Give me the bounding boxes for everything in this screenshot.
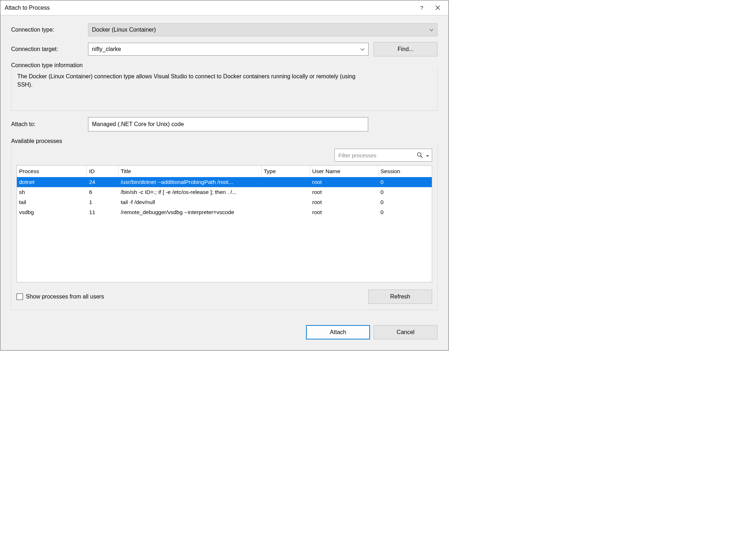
th-session[interactable]: Session	[378, 166, 432, 177]
table-row[interactable]: dotnet24/usr/bin/dotnet --additionalProb…	[17, 177, 432, 187]
th-id[interactable]: ID	[87, 166, 119, 177]
filter-input[interactable]	[338, 152, 414, 159]
table-cell: 0	[378, 179, 432, 185]
processes-table: Process ID Title Type User Name Session …	[17, 165, 432, 282]
svg-line-1	[421, 156, 422, 158]
table-cell: 0	[378, 189, 432, 195]
table-cell: 0	[378, 199, 432, 205]
refresh-button[interactable]: Refresh	[368, 290, 432, 304]
table-cell: root	[310, 189, 378, 195]
table-row[interactable]: tail1tail -f /dev/nullroot0	[17, 197, 432, 207]
processes-panel: Process ID Title Type User Name Session …	[11, 144, 438, 310]
table-cell: root	[310, 199, 378, 205]
processes-bottom-row: Show processes from all users Refresh	[17, 290, 432, 304]
connection-type-dropdown[interactable]: Docker (Linux Container)	[88, 23, 438, 36]
table-cell: tail	[17, 199, 87, 205]
show-all-users-label: Show processes from all users	[26, 293, 104, 300]
th-process[interactable]: Process	[17, 166, 87, 177]
th-type[interactable]: Type	[262, 166, 310, 177]
dialog-footer: Attach Cancel	[11, 325, 438, 339]
close-button[interactable]	[430, 0, 445, 15]
help-button[interactable]: ?	[414, 0, 430, 15]
connection-target-label: Connection target:	[11, 46, 83, 52]
connection-target-row: Connection target: nifty_clarke Find...	[11, 42, 438, 56]
table-cell: /bin/sh -c ID=.; if [ -e /etc/os-release…	[119, 189, 262, 195]
chevron-down-icon	[429, 27, 434, 33]
attach-to-row: Attach to: Managed (.NET Core for Unix) …	[11, 117, 438, 131]
table-cell: vsdbg	[17, 209, 87, 216]
connection-info-text: The Docker (Linux Container) connection …	[11, 69, 438, 111]
titlebar: Attach to Process ?	[0, 0, 448, 15]
table-row[interactable]: sh6/bin/sh -c ID=.; if [ -e /etc/os-rele…	[17, 187, 432, 197]
table-cell: root	[310, 179, 378, 185]
dialog-window: Attach to Process ? Connection type: Doc…	[0, 0, 449, 351]
show-all-users-checkbox[interactable]	[17, 293, 23, 300]
find-button[interactable]: Find...	[374, 42, 438, 56]
svg-point-0	[417, 153, 421, 156]
filter-row	[17, 149, 432, 162]
table-cell: /remote_debugger/vsdbg --interpreter=vsc…	[119, 209, 262, 216]
table-cell: 1	[87, 199, 119, 205]
dialog-body: Connection type: Docker (Linux Container…	[0, 15, 448, 350]
connection-info-header: Connection type information	[11, 62, 438, 69]
search-icon[interactable]	[417, 152, 423, 158]
attach-to-label: Attach to:	[11, 121, 83, 128]
table-cell: 6	[87, 189, 119, 195]
th-title[interactable]: Title	[119, 166, 262, 177]
connection-type-label: Connection type:	[11, 27, 83, 33]
table-cell: dotnet	[17, 179, 87, 185]
table-cell: tail -f /dev/null	[119, 199, 262, 205]
attach-to-field[interactable]: Managed (.NET Core for Unix) code	[88, 117, 368, 131]
table-body: dotnet24/usr/bin/dotnet --additionalProb…	[17, 177, 432, 217]
table-cell: root	[310, 209, 378, 216]
available-processes-header: Available processes	[11, 138, 438, 144]
th-user[interactable]: User Name	[310, 166, 378, 177]
close-icon	[435, 5, 440, 10]
table-cell: sh	[17, 189, 87, 195]
filter-dropdown-icon[interactable]	[426, 152, 429, 158]
table-cell: 0	[378, 209, 432, 216]
table-header: Process ID Title Type User Name Session	[17, 166, 432, 177]
table-row[interactable]: vsdbg11/remote_debugger/vsdbg --interpre…	[17, 207, 432, 217]
table-cell: 24	[87, 179, 119, 185]
attach-button[interactable]: Attach	[306, 325, 370, 339]
connection-target-value: nifty_clarke	[92, 46, 121, 52]
table-cell: /usr/bin/dotnet --additionalProbingPath …	[119, 179, 262, 185]
table-cell: 11	[87, 209, 119, 216]
attach-to-value: Managed (.NET Core for Unix) code	[92, 121, 184, 128]
window-title: Attach to Process	[5, 5, 414, 11]
show-all-users-wrap[interactable]: Show processes from all users	[17, 293, 104, 300]
filter-input-wrap	[334, 149, 432, 162]
connection-target-combo[interactable]: nifty_clarke	[88, 43, 369, 56]
chevron-down-icon	[360, 46, 365, 52]
connection-type-value: Docker (Linux Container)	[92, 27, 156, 33]
connection-type-row: Connection type: Docker (Linux Container…	[11, 23, 438, 36]
cancel-button[interactable]: Cancel	[374, 325, 438, 339]
